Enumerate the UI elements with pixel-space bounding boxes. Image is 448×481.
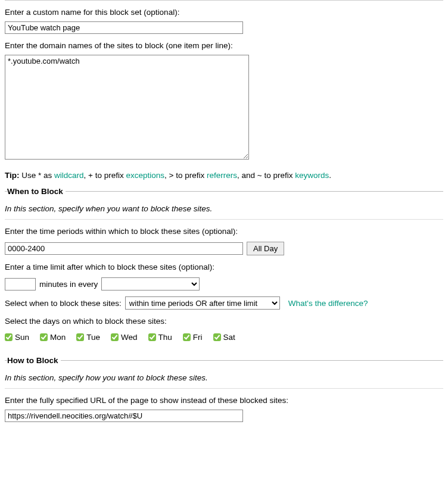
tip-bold: Tip: (5, 171, 20, 180)
keywords-link[interactable]: keywords (295, 171, 329, 180)
when-legend: When to Block (7, 187, 66, 196)
custom-name-input[interactable] (5, 21, 243, 34)
redirect-url-input[interactable] (5, 410, 243, 422)
tip-t1: Use * as (20, 171, 55, 180)
checkbox-tue[interactable] (76, 333, 84, 341)
day-fri-label: Fri (193, 333, 203, 342)
tip-t4: , and ~ to prefix (237, 171, 295, 180)
day-sun[interactable]: Sun (5, 333, 29, 342)
checkbox-wed[interactable] (111, 333, 119, 341)
minutes-in-every-text: minutes in every (39, 280, 98, 289)
block-mode-select[interactable]: within time periods OR after time limit (125, 296, 280, 310)
day-wed[interactable]: Wed (111, 333, 138, 342)
checkbox-thu[interactable] (148, 333, 156, 341)
how-intro: In this section, specify how you want to… (5, 373, 443, 382)
referrers-link[interactable]: referrers (207, 171, 237, 180)
select-when-label: Select when to block these sites: (5, 299, 122, 308)
day-thu-label: Thu (158, 333, 172, 342)
tip-t5: . (329, 171, 331, 180)
domains-textarea[interactable]: *.youtube.com/watch (5, 55, 249, 160)
tip-t3: , > to prefix (164, 171, 207, 180)
day-tue-label: Tue (86, 333, 100, 342)
url-label: Enter the fully specified URL of the pag… (5, 396, 443, 405)
minutes-input[interactable] (5, 278, 36, 291)
day-sat-label: Sat (223, 333, 235, 342)
checkbox-sat[interactable] (213, 333, 221, 341)
day-sun-label: Sun (15, 333, 29, 342)
all-day-button[interactable]: All Day (247, 242, 284, 255)
whats-difference-link[interactable]: What's the difference? (288, 299, 368, 308)
how-legend: How to Block (7, 356, 61, 365)
wildcard-link[interactable]: wildcard (54, 171, 84, 180)
exceptions-link[interactable]: exceptions (126, 171, 164, 180)
checkbox-fri[interactable] (183, 333, 191, 341)
when-inner-divider (5, 219, 443, 220)
days-row: Sun Mon Tue Wed Thu Fri Sat (5, 333, 443, 342)
domains-label: Enter the domain names of the sites to b… (5, 41, 443, 50)
when-to-block-section: When to Block In this section, specify w… (5, 187, 443, 351)
day-tue[interactable]: Tue (76, 333, 100, 342)
tip-t2: , + to prefix (84, 171, 126, 180)
when-intro: In this section, specify when you want t… (5, 204, 443, 213)
checkbox-sun[interactable] (5, 333, 13, 341)
days-label: Select the days on which to block these … (5, 317, 443, 326)
time-limit-label: Enter a time limit after which to block … (5, 263, 443, 271)
time-periods-label: Enter the time periods within which to b… (5, 227, 443, 236)
day-fri[interactable]: Fri (183, 333, 203, 342)
top-divider (5, 0, 443, 1)
tip-row: Tip: Use * as wildcard, + to prefix exce… (5, 171, 443, 180)
how-inner-divider (5, 388, 443, 389)
day-mon-label: Mon (50, 333, 66, 342)
custom-name-label: Enter a custom name for this block set (… (5, 8, 443, 17)
time-periods-input[interactable] (5, 242, 243, 255)
checkbox-mon[interactable] (40, 333, 48, 341)
how-to-block-section: How to Block In this section, specify ho… (5, 356, 443, 428)
day-sat[interactable]: Sat (213, 333, 235, 342)
day-mon[interactable]: Mon (40, 333, 66, 342)
day-wed-label: Wed (121, 333, 138, 342)
per-unit-select[interactable] (101, 277, 200, 291)
day-thu[interactable]: Thu (148, 333, 172, 342)
